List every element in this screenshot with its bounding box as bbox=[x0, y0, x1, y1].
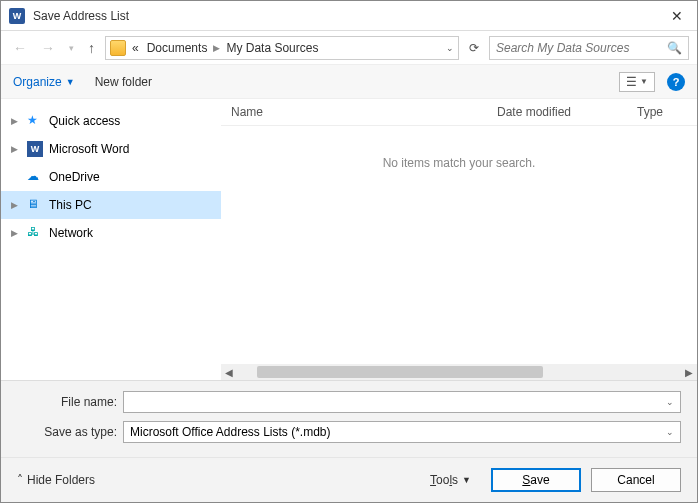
star-icon: ★ bbox=[27, 113, 43, 129]
monitor-icon: 🖥 bbox=[27, 197, 43, 213]
network-icon: 🖧 bbox=[27, 225, 43, 241]
folder-icon bbox=[110, 40, 126, 56]
sidebar-item-word[interactable]: ▶ W Microsoft Word bbox=[1, 135, 221, 163]
refresh-icon[interactable]: ⟳ bbox=[465, 39, 483, 57]
column-headers: Name Date modified Type bbox=[221, 99, 697, 126]
nav-row: ← → ▾ ↑ « Documents ▶ My Data Sources ⌄ … bbox=[1, 31, 697, 65]
chevron-down-icon[interactable]: ⌄ bbox=[666, 427, 674, 437]
search-box[interactable]: 🔍 bbox=[489, 36, 689, 60]
sidebar-item-label: Microsoft Word bbox=[49, 142, 129, 156]
close-icon[interactable]: ✕ bbox=[665, 8, 689, 24]
filename-label: File name: bbox=[17, 395, 117, 409]
search-input[interactable] bbox=[496, 41, 667, 55]
chevron-right-icon[interactable]: ▶ bbox=[11, 228, 21, 238]
breadcrumb-item[interactable]: My Data Sources bbox=[224, 41, 320, 55]
file-pane: Name Date modified Type No items match y… bbox=[221, 99, 697, 380]
column-date[interactable]: Date modified bbox=[497, 105, 637, 119]
footer: ˄ Hide Folders Tools ▼ Save Cancel bbox=[1, 457, 697, 502]
list-view-icon: ☰ bbox=[626, 75, 637, 89]
saveastype-label: Save as type: bbox=[17, 425, 117, 439]
chevron-right-icon[interactable]: ▶ bbox=[213, 43, 220, 53]
cloud-icon: ☁ bbox=[27, 169, 43, 185]
column-type[interactable]: Type bbox=[637, 105, 687, 119]
window-title: Save Address List bbox=[33, 9, 665, 23]
new-folder-button[interactable]: New folder bbox=[95, 75, 152, 89]
chevron-right-icon[interactable]: ▶ bbox=[11, 200, 21, 210]
word-app-icon: W bbox=[9, 8, 25, 24]
save-button[interactable]: Save bbox=[491, 468, 581, 492]
sidebar-item-quick-access[interactable]: ▶ ★ Quick access bbox=[1, 107, 221, 135]
chevron-right-icon[interactable]: ▶ bbox=[11, 116, 21, 126]
organize-label: Organize bbox=[13, 75, 62, 89]
chevron-down-icon[interactable]: ⌄ bbox=[666, 397, 674, 407]
chevron-down-icon: ▼ bbox=[66, 77, 75, 87]
breadcrumb-item[interactable]: Documents bbox=[145, 41, 210, 55]
address-dropdown-icon[interactable]: ⌄ bbox=[446, 43, 454, 53]
chevron-down-icon: ▼ bbox=[462, 475, 471, 485]
chevron-right-icon[interactable]: ▶ bbox=[11, 144, 21, 154]
address-bar[interactable]: « Documents ▶ My Data Sources ⌄ bbox=[105, 36, 459, 60]
help-icon[interactable]: ? bbox=[667, 73, 685, 91]
form-area: File name: ⌄ Save as type: Microsoft Off… bbox=[1, 380, 697, 457]
sidebar-item-onedrive[interactable]: ☁ OneDrive bbox=[1, 163, 221, 191]
titlebar: W Save Address List ✕ bbox=[1, 1, 697, 31]
filename-field[interactable]: ⌄ bbox=[123, 391, 681, 413]
view-options-button[interactable]: ☰ ▼ bbox=[619, 72, 655, 92]
tools-menu[interactable]: Tools ▼ bbox=[430, 473, 471, 487]
filename-input[interactable] bbox=[130, 395, 666, 409]
cancel-button[interactable]: Cancel bbox=[591, 468, 681, 492]
scroll-left-icon[interactable]: ◀ bbox=[221, 367, 237, 378]
search-icon[interactable]: 🔍 bbox=[667, 41, 682, 55]
hide-folders-button[interactable]: ˄ Hide Folders bbox=[17, 473, 95, 487]
chevron-down-icon: ▼ bbox=[640, 77, 648, 86]
sidebar-item-network[interactable]: ▶ 🖧 Network bbox=[1, 219, 221, 247]
chevron-up-icon: ˄ bbox=[17, 473, 23, 487]
sidebar-item-label: This PC bbox=[49, 198, 92, 212]
saveastype-value: Microsoft Office Address Lists (*.mdb) bbox=[130, 425, 331, 439]
up-icon[interactable]: ↑ bbox=[84, 38, 99, 58]
breadcrumb-prefix: « bbox=[130, 41, 141, 55]
scrollbar-thumb[interactable] bbox=[257, 366, 543, 378]
sidebar-item-label: OneDrive bbox=[49, 170, 100, 184]
horizontal-scrollbar[interactable]: ◀ ▶ bbox=[221, 364, 697, 380]
column-name[interactable]: Name bbox=[231, 105, 497, 119]
word-icon: W bbox=[27, 141, 43, 157]
hide-folders-label: Hide Folders bbox=[27, 473, 95, 487]
sidebar-item-label: Quick access bbox=[49, 114, 120, 128]
dialog-body: ▶ ★ Quick access ▶ W Microsoft Word ☁ On… bbox=[1, 99, 697, 380]
sidebar: ▶ ★ Quick access ▶ W Microsoft Word ☁ On… bbox=[1, 99, 221, 380]
saveastype-field[interactable]: Microsoft Office Address Lists (*.mdb) ⌄ bbox=[123, 421, 681, 443]
sidebar-item-this-pc[interactable]: ▶ 🖥 This PC bbox=[1, 191, 221, 219]
back-icon[interactable]: ← bbox=[9, 38, 31, 58]
empty-message: No items match your search. bbox=[221, 126, 697, 364]
sidebar-item-label: Network bbox=[49, 226, 93, 240]
forward-icon[interactable]: → bbox=[37, 38, 59, 58]
toolbar: Organize ▼ New folder ☰ ▼ ? bbox=[1, 65, 697, 99]
organize-menu[interactable]: Organize ▼ bbox=[13, 75, 75, 89]
scroll-right-icon[interactable]: ▶ bbox=[681, 367, 697, 378]
recent-dropdown-icon[interactable]: ▾ bbox=[65, 41, 78, 55]
